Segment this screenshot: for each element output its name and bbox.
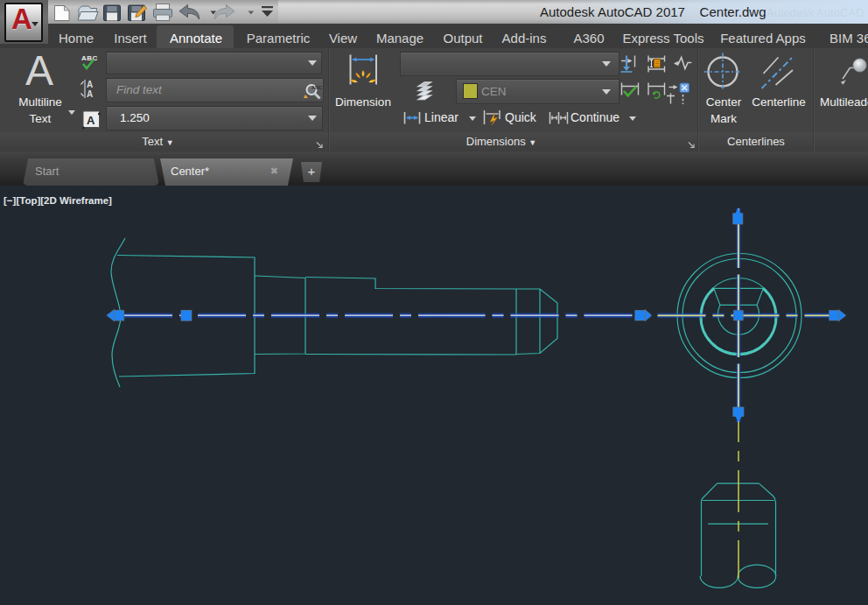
svg-text:ABC: ABC bbox=[312, 85, 322, 90]
svg-text:ABC: ABC bbox=[81, 54, 98, 62]
svg-text:A: A bbox=[87, 89, 93, 99]
svg-text:A: A bbox=[87, 114, 95, 127]
svg-text:A: A bbox=[87, 80, 93, 89]
svg-text:[−][Top][2D Wireframe]: [−][Top][2D Wireframe] bbox=[4, 195, 112, 206]
